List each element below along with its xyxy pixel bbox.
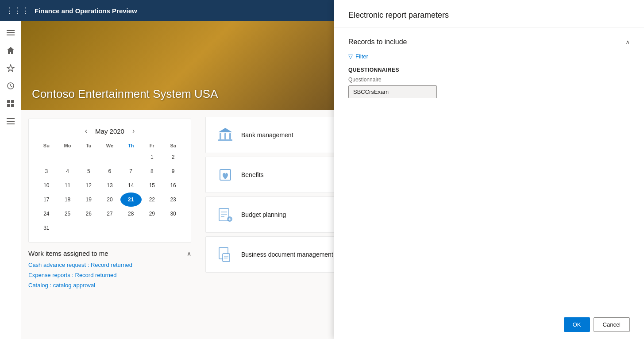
work-item-link[interactable]: Expense reports : Record returned bbox=[28, 272, 191, 278]
sidebar-item-workspaces[interactable] bbox=[3, 113, 19, 129]
panel-body: Records to include ∧ ▽ Filter QUESTIONNA… bbox=[334, 27, 644, 310]
cal-day[interactable]: 2 bbox=[162, 150, 184, 164]
document-icon bbox=[216, 246, 234, 263]
svg-rect-0 bbox=[7, 30, 15, 31]
help-icon[interactable]: ? bbox=[633, 6, 637, 14]
cal-day[interactable]: 13 bbox=[99, 178, 120, 193]
sidebar-item-hamburger[interactable] bbox=[3, 25, 19, 41]
cal-day bbox=[99, 150, 120, 164]
cal-day bbox=[78, 221, 99, 235]
sidebar-item-home[interactable] bbox=[3, 42, 19, 58]
module-name: Budget planning bbox=[241, 211, 286, 218]
cal-day bbox=[78, 150, 99, 164]
work-items-collapse-button[interactable]: ∧ bbox=[187, 250, 191, 257]
cal-day bbox=[36, 150, 57, 164]
svg-rect-14 bbox=[224, 133, 226, 139]
calendar-month-year: May 2020 bbox=[95, 127, 124, 135]
cal-day bbox=[57, 221, 78, 235]
cal-day[interactable]: 19 bbox=[78, 193, 99, 207]
svg-rect-1 bbox=[7, 32, 15, 33]
svg-rect-9 bbox=[7, 118, 15, 119]
svg-marker-3 bbox=[7, 65, 14, 72]
cal-day[interactable]: 22 bbox=[142, 193, 163, 207]
panel-title: Electronic report parameters bbox=[348, 11, 630, 20]
cal-day[interactable]: 6 bbox=[99, 164, 120, 178]
panel-header: Electronic report parameters bbox=[334, 0, 644, 27]
bank-icon bbox=[216, 126, 234, 144]
svg-rect-26 bbox=[223, 254, 230, 262]
cal-day[interactable]: 27 bbox=[99, 207, 120, 221]
module-name: Bank management bbox=[241, 131, 293, 139]
cancel-button[interactable]: Cancel bbox=[594, 317, 630, 332]
cal-day[interactable]: 15 bbox=[142, 178, 163, 193]
svg-rect-10 bbox=[7, 121, 15, 122]
records-collapse-button[interactable]: ∧ bbox=[625, 39, 630, 46]
cal-day[interactable]: 8 bbox=[142, 164, 163, 178]
svg-rect-7 bbox=[7, 104, 10, 107]
cal-day[interactable]: 23 bbox=[162, 193, 184, 207]
sidebar-item-favorites[interactable] bbox=[3, 60, 19, 76]
cal-day[interactable]: 28 bbox=[120, 207, 142, 221]
work-items-section: Work items assigned to me ∧ Cash advance… bbox=[28, 250, 191, 289]
cal-day[interactable]: 20 bbox=[99, 193, 120, 207]
cal-day-header-th: Th bbox=[120, 141, 142, 150]
sidebar-item-dashboard[interactable] bbox=[3, 96, 19, 112]
records-to-include-label: Records to include bbox=[348, 38, 407, 46]
cal-day[interactable]: 26 bbox=[78, 207, 99, 221]
questionnaire-input[interactable] bbox=[348, 85, 437, 98]
cal-day[interactable]: 21 bbox=[120, 193, 142, 207]
cal-day[interactable]: 14 bbox=[120, 178, 142, 193]
svg-marker-16 bbox=[218, 128, 232, 132]
benefits-icon bbox=[216, 166, 234, 184]
cal-day[interactable]: 17 bbox=[36, 193, 57, 207]
svg-rect-6 bbox=[11, 100, 14, 103]
svg-rect-13 bbox=[220, 133, 221, 139]
calendar-next-button[interactable]: › bbox=[130, 126, 137, 136]
cal-day[interactable]: 25 bbox=[57, 207, 78, 221]
svg-rect-5 bbox=[7, 100, 10, 103]
left-column: ‹ May 2020 › SuMoTuWeThFrSa 123456789101… bbox=[21, 110, 198, 339]
cal-day[interactable]: 18 bbox=[57, 193, 78, 207]
cal-day[interactable]: 7 bbox=[120, 164, 142, 178]
cal-day[interactable]: 12 bbox=[78, 178, 99, 193]
svg-rect-8 bbox=[11, 104, 14, 107]
calendar: ‹ May 2020 › SuMoTuWeThFrSa 123456789101… bbox=[28, 119, 191, 243]
grid-icon[interactable]: ⋮⋮⋮ bbox=[5, 6, 29, 15]
cal-day[interactable]: 24 bbox=[36, 207, 57, 221]
sidebar-item-recent[interactable] bbox=[3, 78, 19, 94]
cal-day bbox=[57, 150, 78, 164]
cal-day[interactable]: 3 bbox=[36, 164, 57, 178]
cal-day[interactable]: 11 bbox=[57, 178, 78, 193]
cal-day[interactable]: 9 bbox=[162, 164, 184, 178]
questionnaires-section: QUESTIONNAIRES Questionnaire bbox=[348, 67, 630, 98]
ok-button[interactable]: OK bbox=[564, 317, 590, 332]
records-section-header: Records to include ∧ bbox=[348, 38, 630, 46]
work-item-link[interactable]: Cash advance request : Record returned bbox=[28, 262, 191, 268]
svg-rect-15 bbox=[229, 133, 231, 139]
cal-day-header-we: We bbox=[99, 141, 120, 150]
cal-day[interactable]: 30 bbox=[162, 207, 184, 221]
calendar-prev-button[interactable]: ‹ bbox=[82, 126, 90, 136]
cal-day[interactable]: 29 bbox=[142, 207, 163, 221]
questionnaire-sublabel: Questionnaire bbox=[348, 77, 630, 83]
calendar-header: ‹ May 2020 › bbox=[36, 126, 184, 136]
work-items-header: Work items assigned to me ∧ bbox=[28, 250, 191, 257]
cal-day[interactable]: 5 bbox=[78, 164, 99, 178]
cal-day bbox=[99, 221, 120, 235]
work-item-link[interactable]: Catalog : catalog approval bbox=[28, 282, 191, 289]
module-name: Benefits bbox=[241, 171, 264, 178]
cal-day[interactable]: 31 bbox=[36, 221, 57, 235]
filter-button[interactable]: ▽ Filter bbox=[348, 53, 368, 60]
svg-rect-12 bbox=[218, 139, 232, 141]
cal-day[interactable]: 16 bbox=[162, 178, 184, 193]
cal-day[interactable]: 4 bbox=[57, 164, 78, 178]
cal-day bbox=[142, 221, 163, 235]
questionnaires-label: QUESTIONNAIRES bbox=[348, 67, 630, 73]
cal-day bbox=[162, 221, 184, 235]
cal-day[interactable]: 10 bbox=[36, 178, 57, 193]
panel-footer: OK Cancel bbox=[334, 310, 644, 339]
budget-icon bbox=[216, 206, 234, 223]
cal-day[interactable]: 1 bbox=[142, 150, 163, 164]
work-items-list: Cash advance request : Record returnedEx… bbox=[28, 262, 191, 289]
cal-day-header-su: Su bbox=[36, 141, 57, 150]
